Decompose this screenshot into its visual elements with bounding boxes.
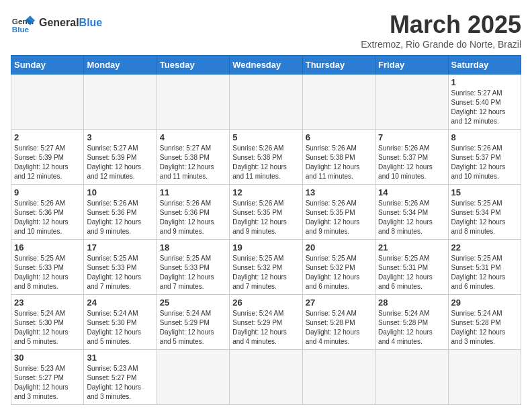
calendar-cell — [302, 350, 375, 405]
day-info: Sunrise: 5:23 AM Sunset: 5:27 PM Dayligh… — [87, 364, 153, 402]
day-info: Sunrise: 5:25 AM Sunset: 5:32 PM Dayligh… — [232, 254, 299, 291]
day-number: 4 — [160, 132, 226, 142]
calendar-cell: 23Sunrise: 5:24 AM Sunset: 5:30 PM Dayli… — [11, 295, 84, 350]
calendar-cell: 12Sunrise: 5:26 AM Sunset: 5:35 PM Dayli… — [230, 185, 302, 240]
day-info: Sunrise: 5:27 AM Sunset: 5:39 PM Dayligh… — [14, 144, 81, 181]
day-number: 1 — [451, 77, 518, 87]
calendar-cell: 2Sunrise: 5:27 AM Sunset: 5:39 PM Daylig… — [11, 130, 84, 185]
calendar-cell: 16Sunrise: 5:25 AM Sunset: 5:33 PM Dayli… — [11, 240, 84, 295]
day-info: Sunrise: 5:26 AM Sunset: 5:37 PM Dayligh… — [378, 144, 445, 181]
day-info: Sunrise: 5:24 AM Sunset: 5:28 PM Dayligh… — [378, 309, 445, 347]
day-number: 28 — [378, 298, 445, 308]
day-number: 19 — [232, 242, 299, 253]
day-number: 3 — [87, 132, 153, 142]
calendar-table: SundayMondayTuesdayWednesdayThursdayFrid… — [11, 55, 521, 405]
calendar-cell — [230, 350, 302, 405]
calendar-cell: 15Sunrise: 5:25 AM Sunset: 5:34 PM Dayli… — [448, 185, 521, 240]
calendar-cell: 30Sunrise: 5:23 AM Sunset: 5:27 PM Dayli… — [11, 350, 84, 405]
day-info: Sunrise: 5:27 AM Sunset: 5:40 PM Dayligh… — [451, 89, 518, 126]
calendar-cell — [448, 350, 521, 405]
day-number: 26 — [232, 298, 299, 308]
calendar-week-4: 16Sunrise: 5:25 AM Sunset: 5:33 PM Dayli… — [11, 240, 521, 295]
calendar-cell: 9Sunrise: 5:26 AM Sunset: 5:36 PM Daylig… — [11, 185, 84, 240]
calendar-cell: 26Sunrise: 5:24 AM Sunset: 5:29 PM Dayli… — [230, 295, 302, 350]
calendar-week-1: 1Sunrise: 5:27 AM Sunset: 5:40 PM Daylig… — [11, 75, 521, 130]
calendar-week-3: 9Sunrise: 5:26 AM Sunset: 5:36 PM Daylig… — [11, 185, 521, 240]
day-info: Sunrise: 5:27 AM Sunset: 5:39 PM Dayligh… — [87, 144, 153, 181]
day-number: 6 — [306, 132, 372, 142]
calendar-cell: 18Sunrise: 5:25 AM Sunset: 5:33 PM Dayli… — [157, 240, 229, 295]
day-info: Sunrise: 5:26 AM Sunset: 5:36 PM Dayligh… — [87, 199, 153, 236]
day-info: Sunrise: 5:25 AM Sunset: 5:34 PM Dayligh… — [451, 199, 518, 236]
day-info: Sunrise: 5:25 AM Sunset: 5:33 PM Dayligh… — [87, 254, 153, 291]
day-info: Sunrise: 5:26 AM Sunset: 5:35 PM Dayligh… — [232, 199, 299, 236]
logo-icon: General Blue — [11, 11, 35, 35]
day-info: Sunrise: 5:26 AM Sunset: 5:38 PM Dayligh… — [306, 144, 372, 181]
day-number: 18 — [160, 242, 226, 253]
calendar-cell: 11Sunrise: 5:26 AM Sunset: 5:36 PM Dayli… — [157, 185, 229, 240]
calendar-title: March 2025 — [361, 11, 521, 39]
weekday-header-monday: Monday — [84, 56, 157, 75]
day-number: 14 — [378, 187, 445, 197]
day-info: Sunrise: 5:24 AM Sunset: 5:28 PM Dayligh… — [306, 309, 372, 347]
day-number: 17 — [87, 242, 153, 253]
calendar-cell: 21Sunrise: 5:25 AM Sunset: 5:31 PM Dayli… — [375, 240, 448, 295]
weekday-header-friday: Friday — [375, 56, 448, 75]
day-info: Sunrise: 5:24 AM Sunset: 5:29 PM Dayligh… — [160, 309, 226, 347]
calendar-cell — [375, 350, 448, 405]
weekday-header-saturday: Saturday — [448, 56, 521, 75]
calendar-cell — [302, 75, 375, 130]
day-number: 7 — [378, 132, 445, 142]
calendar-cell: 29Sunrise: 5:24 AM Sunset: 5:28 PM Dayli… — [448, 295, 521, 350]
day-number: 30 — [14, 353, 81, 363]
day-number: 27 — [306, 298, 372, 308]
calendar-cell: 17Sunrise: 5:25 AM Sunset: 5:33 PM Dayli… — [84, 240, 157, 295]
day-number: 9 — [14, 187, 81, 197]
day-number: 15 — [451, 187, 518, 197]
calendar-cell: 22Sunrise: 5:25 AM Sunset: 5:31 PM Dayli… — [448, 240, 521, 295]
calendar-subtitle: Extremoz, Rio Grande do Norte, Brazil — [361, 39, 521, 50]
day-number: 22 — [451, 242, 518, 253]
calendar-week-6: 30Sunrise: 5:23 AM Sunset: 5:27 PM Dayli… — [11, 350, 521, 405]
day-info: Sunrise: 5:23 AM Sunset: 5:27 PM Dayligh… — [14, 364, 81, 402]
day-number: 10 — [87, 187, 153, 197]
svg-text:Blue: Blue — [12, 25, 30, 34]
calendar-cell: 8Sunrise: 5:26 AM Sunset: 5:37 PM Daylig… — [448, 130, 521, 185]
header: General Blue GeneralBlue March 2025 Extr… — [11, 11, 521, 50]
day-number: 21 — [378, 242, 445, 253]
calendar-cell: 5Sunrise: 5:26 AM Sunset: 5:38 PM Daylig… — [230, 130, 302, 185]
day-number: 31 — [87, 353, 153, 363]
day-number: 5 — [232, 132, 299, 142]
day-info: Sunrise: 5:24 AM Sunset: 5:30 PM Dayligh… — [14, 309, 81, 347]
day-number: 23 — [14, 298, 81, 308]
day-info: Sunrise: 5:27 AM Sunset: 5:38 PM Dayligh… — [160, 144, 226, 181]
calendar-cell: 13Sunrise: 5:26 AM Sunset: 5:35 PM Dayli… — [302, 185, 375, 240]
calendar-cell: 7Sunrise: 5:26 AM Sunset: 5:37 PM Daylig… — [375, 130, 448, 185]
day-info: Sunrise: 5:25 AM Sunset: 5:33 PM Dayligh… — [160, 254, 226, 291]
day-info: Sunrise: 5:24 AM Sunset: 5:29 PM Dayligh… — [232, 309, 299, 347]
day-info: Sunrise: 5:26 AM Sunset: 5:34 PM Dayligh… — [378, 199, 445, 236]
calendar-cell: 3Sunrise: 5:27 AM Sunset: 5:39 PM Daylig… — [84, 130, 157, 185]
logo-general: General — [39, 17, 79, 28]
day-info: Sunrise: 5:25 AM Sunset: 5:32 PM Dayligh… — [306, 254, 372, 291]
day-number: 20 — [306, 242, 372, 253]
day-info: Sunrise: 5:24 AM Sunset: 5:28 PM Dayligh… — [451, 309, 518, 347]
calendar-cell: 25Sunrise: 5:24 AM Sunset: 5:29 PM Dayli… — [157, 295, 229, 350]
calendar-cell — [157, 350, 229, 405]
day-info: Sunrise: 5:25 AM Sunset: 5:31 PM Dayligh… — [378, 254, 445, 291]
calendar-cell: 31Sunrise: 5:23 AM Sunset: 5:27 PM Dayli… — [84, 350, 157, 405]
calendar-cell: 19Sunrise: 5:25 AM Sunset: 5:32 PM Dayli… — [230, 240, 302, 295]
day-info: Sunrise: 5:26 AM Sunset: 5:36 PM Dayligh… — [160, 199, 226, 236]
day-info: Sunrise: 5:25 AM Sunset: 5:31 PM Dayligh… — [451, 254, 518, 291]
day-info: Sunrise: 5:26 AM Sunset: 5:36 PM Dayligh… — [14, 199, 81, 236]
weekday-header-wednesday: Wednesday — [230, 56, 302, 75]
weekday-header-tuesday: Tuesday — [157, 56, 229, 75]
calendar-header: SundayMondayTuesdayWednesdayThursdayFrid… — [11, 56, 521, 75]
title-area: March 2025 Extremoz, Rio Grande do Norte… — [361, 11, 521, 50]
calendar-cell: 24Sunrise: 5:24 AM Sunset: 5:30 PM Dayli… — [84, 295, 157, 350]
day-info: Sunrise: 5:25 AM Sunset: 5:33 PM Dayligh… — [14, 254, 81, 291]
day-number: 25 — [160, 298, 226, 308]
day-info: Sunrise: 5:24 AM Sunset: 5:30 PM Dayligh… — [87, 309, 153, 347]
logo: General Blue GeneralBlue — [11, 11, 102, 35]
calendar-cell: 10Sunrise: 5:26 AM Sunset: 5:36 PM Dayli… — [84, 185, 157, 240]
